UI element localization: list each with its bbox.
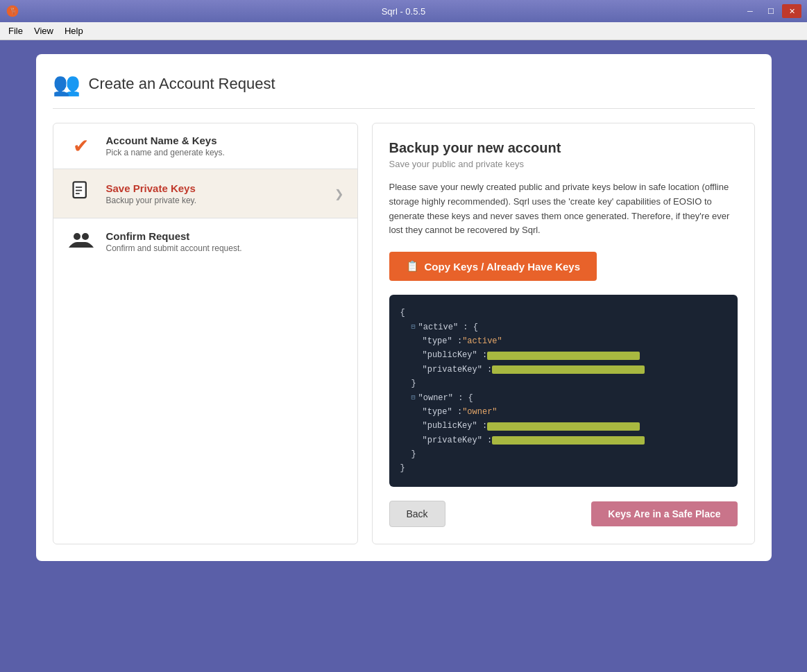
json-line-10: } (411, 447, 727, 461)
step-3-icon (67, 230, 95, 253)
steps-panel: ✔ Account Name & Keys Pick a name and ge… (53, 123, 358, 544)
json-line-2: "type" : "active" (423, 334, 727, 348)
right-panel-desc: Please save your newly created public an… (389, 180, 738, 238)
safe-button[interactable]: Keys Are in a Safe Place (591, 501, 737, 526)
card-header: 👥 Create an Account Request (53, 71, 755, 109)
step-1-title: Account Name & Keys (106, 135, 225, 146)
private-key-bar-owner (492, 436, 645, 445)
main-area: 👥 Create an Account Request ✔ Account Na… (0, 40, 807, 672)
menubar: File View Help (0, 22, 807, 40)
json-line-9: "privateKey" : (423, 433, 727, 447)
json-line-4: "privateKey" : (423, 363, 727, 377)
step-1-info: Account Name & Keys Pick a name and gene… (106, 135, 225, 157)
svg-point-6 (74, 233, 80, 240)
close-button[interactable]: ✕ (782, 4, 801, 18)
json-line-6: ⊟ "owner" : { (411, 391, 727, 405)
json-display: { ⊟ "active" : { "type" : "active" "publ… (389, 295, 738, 487)
step-2-info: Save Private Keys Backup your private ke… (106, 182, 197, 205)
footer-buttons: Back Keys Are in a Safe Place (389, 501, 738, 527)
svg-point-7 (82, 233, 89, 240)
back-button[interactable]: Back (389, 501, 445, 527)
json-line-1: ⊟ "active" : { (411, 320, 727, 334)
private-key-bar-active (492, 365, 645, 374)
copy-keys-label: Copy Keys / Already Have Keys (425, 261, 581, 273)
json-line-7: "type" : "owner" (423, 405, 727, 419)
step-1-subtitle: Pick a name and generate keys. (106, 148, 225, 157)
json-line-3: "publicKey" : (423, 348, 727, 362)
window-title: Sqrl - 0.5.5 (382, 6, 426, 17)
menu-file[interactable]: File (3, 24, 28, 37)
menu-view[interactable]: View (28, 24, 59, 37)
menu-help[interactable]: Help (59, 24, 89, 37)
step-2-subtitle: Backup your private key. (106, 196, 197, 205)
step-3[interactable]: Confirm Request Confirm and submit accou… (53, 218, 357, 264)
titlebar: 🦌 Sqrl - 0.5.5 ─ ☐ ✕ (0, 0, 807, 22)
svg-rect-3 (76, 187, 82, 188)
right-panel: Backup your new account Save your public… (372, 123, 755, 544)
step-1-icon: ✔ (67, 135, 95, 157)
maximize-button[interactable]: ☐ (761, 4, 781, 18)
public-key-bar-active (487, 352, 640, 360)
step-2-title: Save Private Keys (106, 182, 197, 194)
main-card: 👥 Create an Account Request ✔ Account Na… (36, 54, 772, 561)
public-key-bar-owner (487, 422, 640, 431)
step-3-title: Confirm Request (106, 230, 242, 242)
header-icon: 👥 (53, 71, 80, 97)
right-panel-title: Backup your new account (389, 140, 738, 156)
json-line-8: "publicKey" : (423, 419, 727, 433)
svg-rect-5 (76, 193, 80, 194)
card-title: Create an Account Request (89, 75, 275, 93)
window-controls: ─ ☐ ✕ (740, 4, 801, 18)
copy-keys-button[interactable]: 📋 Copy Keys / Already Have Keys (389, 252, 597, 281)
svg-rect-4 (76, 190, 82, 191)
clipboard-icon: 📋 (406, 260, 419, 273)
step-2[interactable]: Save Private Keys Backup your private ke… (53, 169, 357, 218)
minimize-button[interactable]: ─ (740, 4, 760, 18)
json-line-0: { (400, 306, 727, 320)
svg-text:🦌: 🦌 (9, 6, 18, 15)
json-line-5: } (411, 377, 727, 390)
step-3-info: Confirm Request Confirm and submit accou… (106, 230, 242, 253)
step-1[interactable]: ✔ Account Name & Keys Pick a name and ge… (53, 123, 357, 169)
right-panel-subtitle: Save your public and private keys (389, 159, 738, 169)
step-3-subtitle: Confirm and submit account request. (106, 243, 242, 253)
app-icon: 🦌 (6, 4, 19, 18)
step-2-icon (67, 180, 95, 207)
two-col-layout: ✔ Account Name & Keys Pick a name and ge… (53, 123, 755, 544)
json-line-11: } (400, 461, 727, 475)
